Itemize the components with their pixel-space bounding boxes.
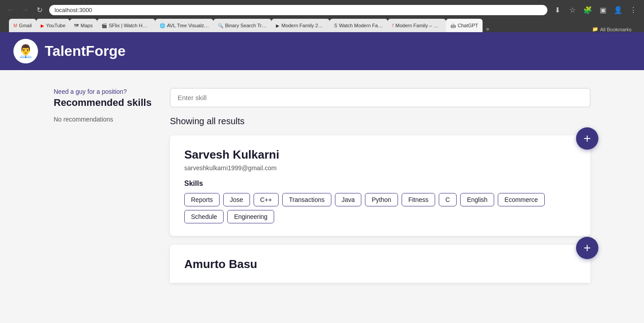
maps-favicon: 🗺 (74, 23, 79, 28)
tab-mf[interactable]: ▶ Modern Family 200... (271, 19, 330, 32)
bst-favicon: 🔍 (218, 23, 223, 28)
skill-tag-reports: Reports (184, 193, 220, 206)
app-header: 👨‍💼 TalentForge (0, 32, 644, 70)
tabs-more-button[interactable]: » (483, 26, 493, 32)
bookmarks-icon: 📁 (592, 26, 598, 32)
tab-chatgpt[interactable]: 🤖 ChatGPT (446, 19, 483, 32)
browser-chrome: ← → ↻ localhost:3000 ⬇ ☆ 🧩 ▣ 👤 ⋮ M Gmail… (0, 0, 644, 32)
sidebar-tagline: Need a guy for a position? (54, 88, 152, 95)
skill-tag-java: Java (335, 193, 362, 206)
tab-sflix-label: SFlix | Watch HD M... (109, 23, 151, 28)
tab-mfw-label: Modern Family – W... (395, 23, 441, 28)
skill-tag-ecommerce: Ecommerce (498, 193, 545, 206)
skills-label: Skills (184, 180, 576, 188)
plus-icon-2: + (584, 241, 591, 255)
sflix-favicon: 🎬 (102, 23, 107, 28)
mfw-favicon: ! (392, 23, 394, 28)
tab-chatgpt-label: ChatGPT (458, 23, 478, 28)
candidate-card-amurto: Amurto Basu + (170, 245, 590, 283)
app-logo: 👨‍💼 (13, 39, 38, 63)
tab-maps[interactable]: 🗺 Maps (70, 19, 97, 32)
skill-tag-engineering: Engineering (227, 210, 274, 223)
menu-icon[interactable]: ⋮ (627, 4, 640, 16)
tab-mf-label: Modern Family 200... (281, 23, 325, 28)
tab-maps-label: Maps (80, 23, 93, 28)
main-content: Need a guy for a position? Recommended s… (0, 70, 644, 317)
extensions-icon[interactable]: 🧩 (581, 4, 594, 16)
chatgpt-favicon: 🤖 (450, 23, 456, 28)
all-bookmarks-button[interactable]: 📁 All Bookmarks (589, 26, 635, 32)
tab-bst-label: Binary Search Tree V... (225, 23, 267, 28)
app-title: TalentForge (45, 43, 126, 59)
gmail-favicon: M (13, 23, 17, 28)
sidebar-toggle-icon[interactable]: ▣ (597, 4, 609, 16)
address-bar[interactable]: localhost:3000 (49, 5, 547, 15)
reload-button[interactable]: ↻ (33, 4, 46, 16)
download-icon[interactable]: ⬇ (551, 4, 564, 16)
watchmf-favicon: S (334, 23, 337, 28)
tab-youtube[interactable]: ▶ YouTube (36, 19, 70, 32)
skill-tag-english: English (460, 193, 494, 206)
tab-avl[interactable]: 🌐 AVL Tree Visualzation (155, 19, 213, 32)
nav-buttons: ← → ↻ (4, 4, 46, 16)
tab-bst[interactable]: 🔍 Binary Search Tree V... (213, 19, 271, 32)
profile-icon[interactable]: 👤 (612, 4, 624, 16)
avl-favicon: 🌐 (160, 23, 165, 28)
tab-youtube-label: YouTube (46, 23, 65, 28)
url-text: localhost:3000 (55, 7, 92, 13)
tabs-bar: M Gmail ▶ YouTube 🗺 Maps 🎬 SFlix | Watch… (4, 19, 640, 32)
skill-tag-c: C (439, 193, 457, 206)
browser-actions: ⬇ ☆ 🧩 ▣ 👤 ⋮ (551, 4, 640, 16)
sidebar-no-recommendations: No recommendations (54, 116, 152, 123)
tab-gmail-label: Gmail (19, 23, 32, 28)
skills-container: Reports Jose C++ Transactions Java Pytho… (184, 193, 576, 223)
logo-emoji: 👨‍💼 (18, 44, 34, 59)
sidebar: Need a guy for a position? Recommended s… (54, 88, 152, 299)
youtube-favicon: ▶ (41, 23, 44, 28)
tab-watchmf-label: Watch Modern Fami... (339, 23, 383, 28)
mf-favicon: ▶ (276, 23, 280, 28)
candidate-name-amurto: Amurto Basu (184, 257, 576, 271)
forward-button[interactable]: → (19, 4, 31, 16)
skill-search-input[interactable] (170, 88, 590, 107)
tab-watchmf[interactable]: S Watch Modern Fami... (330, 19, 388, 32)
candidate-card-content: Sarvesh Kulkarni sarveshkulkarni1999@gma… (170, 135, 590, 236)
skill-tag-fitness: Fitness (402, 193, 435, 206)
plus-icon: + (584, 131, 591, 146)
all-bookmarks-label: All Bookmarks (600, 27, 631, 32)
back-button[interactable]: ← (4, 4, 17, 16)
candidate-card-sarvesh: Sarvesh Kulkarni sarveshkulkarni1999@gma… (170, 135, 590, 236)
tab-avl-label: AVL Tree Visualzation (167, 23, 209, 28)
candidate-card-partial-content: Amurto Basu (170, 245, 590, 283)
tab-sflix[interactable]: 🎬 SFlix | Watch HD M... (97, 19, 155, 32)
candidate-name: Sarvesh Kulkarni (184, 148, 576, 162)
add-candidate-amurto-button[interactable]: + (576, 237, 598, 259)
skill-tag-python: Python (365, 193, 398, 206)
browser-toolbar: ← → ↻ localhost:3000 ⬇ ☆ 🧩 ▣ 👤 ⋮ (4, 4, 640, 16)
skill-tag-schedule: Schedule (184, 210, 224, 223)
skill-tag-jose: Jose (223, 193, 250, 206)
candidate-email: sarveshkulkarni1999@gmail.com (184, 164, 576, 172)
skill-tag-cpp: C++ (254, 193, 279, 206)
bookmark-star-icon[interactable]: ☆ (566, 4, 579, 16)
add-candidate-sarvesh-button[interactable]: + (576, 127, 598, 150)
tab-mfw[interactable]: ! Modern Family – W... (388, 19, 446, 32)
skill-tag-transactions: Transactions (282, 193, 331, 206)
tab-gmail[interactable]: M Gmail (9, 19, 36, 32)
results-heading: Showing all results (170, 116, 590, 126)
sidebar-heading: Recommended skills (54, 97, 152, 109)
main-area: Showing all results Sarvesh Kulkarni sar… (170, 88, 590, 299)
